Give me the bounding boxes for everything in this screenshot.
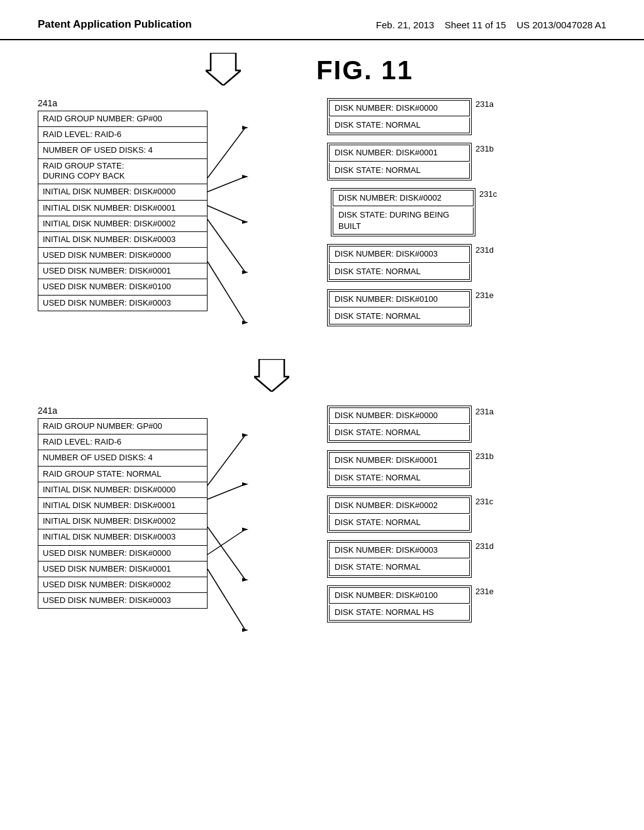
svg-marker-20 bbox=[242, 578, 248, 582]
main-content: FIG. 11 241a RAID GROUP NUMBER: GP#00 RA… bbox=[0, 40, 644, 680]
table-row: INITIAL DISK NUMBER: DISK#0003 bbox=[38, 231, 208, 247]
disk-231b: DISK NUMBER: DISK#0001 DISK STATE: NORMA… bbox=[327, 143, 472, 180]
b-disk-231d-wrapper: DISK NUMBER: DISK#0003 DISK STATE: NORMA… bbox=[327, 540, 494, 577]
svg-line-2 bbox=[208, 177, 245, 192]
svg-line-15 bbox=[208, 527, 245, 580]
svg-line-1 bbox=[208, 128, 245, 178]
svg-line-3 bbox=[208, 206, 245, 222]
svg-line-4 bbox=[208, 219, 245, 272]
disk-231b-wrapper: DISK NUMBER: DISK#0001 DISK STATE: NORMA… bbox=[327, 143, 497, 180]
top-diagram: 241a RAID GROUP NUMBER: GP#00 RAID LEVEL… bbox=[38, 98, 606, 334]
svg-marker-9 bbox=[242, 270, 248, 274]
svg-marker-10 bbox=[242, 321, 248, 324]
svg-line-12 bbox=[208, 435, 245, 485]
top-arrow-icon bbox=[206, 53, 241, 86]
top-left-table: RAID GROUP NUMBER: GP#00 RAID LEVEL: RAI… bbox=[38, 111, 208, 311]
page-header: Patent Application Publication Feb. 21, … bbox=[0, 0, 644, 40]
b-disk-231a: DISK NUMBER: DISK#0000 DISK STATE: NORMA… bbox=[327, 406, 472, 443]
disk-231d-wrapper: DISK NUMBER: DISK#0003 DISK STATE: NORMA… bbox=[327, 244, 497, 281]
b-disk-231c-wrapper: DISK NUMBER: DISK#0002 DISK STATE: NORMA… bbox=[327, 495, 494, 533]
b-disk-231e: DISK NUMBER: DISK#0100 DISK STATE: NORMA… bbox=[327, 585, 472, 622]
disk-231e: DISK NUMBER: DISK#0100 DISK STATE: NORMA… bbox=[327, 289, 472, 326]
table-row: USED DISK NUMBER: DISK#0000 bbox=[38, 248, 208, 263]
svg-marker-8 bbox=[242, 220, 248, 224]
middle-arrow-icon bbox=[254, 359, 289, 392]
b-disk-231d: DISK NUMBER: DISK#0003 DISK STATE: NORMA… bbox=[327, 540, 472, 577]
disk-231a-label: 231a bbox=[475, 99, 494, 109]
table-row: RAID GROUP STATE:DURING COPY BACK bbox=[38, 158, 208, 184]
bottom-right-panel: DISK NUMBER: DISK#0000 DISK STATE: NORMA… bbox=[327, 406, 494, 630]
header-patent: US 2013/0047028 A1 bbox=[516, 19, 606, 30]
table-row: RAID GROUP NUMBER: GP#00 bbox=[38, 111, 208, 127]
disk-231c-wrapper: DISK NUMBER: DISK#0002 DISK STATE: DURIN… bbox=[327, 188, 497, 237]
svg-marker-11 bbox=[254, 359, 289, 392]
table-row: RAID GROUP NUMBER: GP#00 bbox=[38, 419, 208, 434]
table-row: USED DISK NUMBER: DISK#0100 bbox=[38, 279, 208, 295]
table-row: INITIAL DISK NUMBER: DISK#0002 bbox=[38, 216, 208, 231]
svg-marker-7 bbox=[242, 175, 248, 179]
top-diagram-content: 241a RAID GROUP NUMBER: GP#00 RAID LEVEL… bbox=[38, 98, 606, 334]
svg-marker-17 bbox=[242, 433, 248, 437]
table-row: USED DISK NUMBER: DISK#0001 bbox=[38, 561, 208, 577]
b-disk-231c-label: 231c bbox=[475, 497, 493, 506]
table-row: INITIAL DISK NUMBER: DISK#0001 bbox=[38, 200, 208, 216]
b-disk-231c: DISK NUMBER: DISK#0002 DISK STATE: NORMA… bbox=[327, 495, 472, 533]
table-row: NUMBER OF USED DISKS: 4 bbox=[38, 450, 208, 466]
bottom-diagram-content: 241a RAID GROUP NUMBER: GP#00 RAID LEVEL… bbox=[38, 406, 606, 630]
disk-231a: DISK NUMBER: DISK#0000 DISK STATE: NORMA… bbox=[327, 98, 472, 135]
table-row: INITIAL DISK NUMBER: DISK#0001 bbox=[38, 498, 208, 514]
table-row: USED DISK NUMBER: DISK#0000 bbox=[38, 545, 208, 561]
svg-marker-19 bbox=[242, 528, 248, 531]
disk-231d-label: 231d bbox=[475, 245, 494, 255]
top-left-label: 241a bbox=[38, 98, 57, 108]
header-sheet: Sheet 11 of 15 bbox=[445, 19, 506, 30]
table-row: USED DISK NUMBER: DISK#0003 bbox=[38, 593, 208, 609]
table-row: INITIAL DISK NUMBER: DISK#0000 bbox=[38, 184, 208, 200]
table-row: USED DISK NUMBER: DISK#0003 bbox=[38, 295, 208, 311]
header-left: Patent Application Publication bbox=[38, 18, 192, 31]
b-disk-231a-label: 231a bbox=[475, 407, 494, 416]
svg-marker-21 bbox=[242, 628, 248, 632]
svg-marker-0 bbox=[206, 53, 241, 86]
table-row: USED DISK NUMBER: DISK#0001 bbox=[38, 263, 208, 279]
middle-arrow-row bbox=[38, 359, 606, 394]
disk-231e-wrapper: DISK NUMBER: DISK#0100 DISK STATE: NORMA… bbox=[327, 289, 497, 326]
publication-label: Patent Application Publication bbox=[38, 18, 192, 30]
svg-line-14 bbox=[208, 529, 245, 555]
b-disk-231a-wrapper: DISK NUMBER: DISK#0000 DISK STATE: NORMA… bbox=[327, 406, 494, 443]
b-disk-231d-label: 231d bbox=[475, 541, 494, 551]
svg-marker-18 bbox=[242, 482, 248, 486]
table-row: USED DISK NUMBER: DISK#0002 bbox=[38, 577, 208, 592]
top-right-panel: DISK NUMBER: DISK#0000 DISK STATE: NORMA… bbox=[327, 98, 497, 334]
disk-231c: DISK NUMBER: DISK#0002 DISK STATE: DURIN… bbox=[331, 188, 475, 237]
top-connector-svg bbox=[208, 112, 289, 351]
svg-line-5 bbox=[208, 262, 245, 323]
table-row: RAID LEVEL: RAID-6 bbox=[38, 127, 208, 143]
top-left-panel: 241a RAID GROUP NUMBER: GP#00 RAID LEVEL… bbox=[38, 98, 208, 311]
table-row: INITIAL DISK NUMBER: DISK#0003 bbox=[38, 529, 208, 545]
b-disk-231e-label: 231e bbox=[475, 587, 494, 596]
disk-231b-label: 231b bbox=[475, 144, 494, 153]
header-date: Feb. 21, 2013 bbox=[376, 19, 435, 30]
table-row: INITIAL DISK NUMBER: DISK#0002 bbox=[38, 514, 208, 529]
svg-line-16 bbox=[208, 569, 245, 630]
b-disk-231b-label: 231b bbox=[475, 451, 494, 461]
table-row: RAID LEVEL: RAID-6 bbox=[38, 434, 208, 450]
b-disk-231b-wrapper: DISK NUMBER: DISK#0001 DISK STATE: NORMA… bbox=[327, 450, 494, 487]
b-disk-231b: DISK NUMBER: DISK#0001 DISK STATE: NORMA… bbox=[327, 450, 472, 487]
table-row: NUMBER OF USED DISKS: 4 bbox=[38, 143, 208, 158]
disk-231d: DISK NUMBER: DISK#0003 DISK STATE: NORMA… bbox=[327, 244, 472, 281]
svg-line-13 bbox=[208, 484, 245, 499]
bottom-left-table: RAID GROUP NUMBER: GP#00 RAID LEVEL: RAI… bbox=[38, 418, 208, 609]
disk-231c-label: 231c bbox=[479, 189, 497, 199]
bottom-diagram: 241a RAID GROUP NUMBER: GP#00 RAID LEVEL… bbox=[38, 406, 606, 630]
header-right: Feb. 21, 2013 Sheet 11 of 15 US 2013/004… bbox=[376, 18, 606, 33]
figure-title: FIG. 11 bbox=[316, 55, 413, 85]
disk-231a-wrapper: DISK NUMBER: DISK#0000 DISK STATE: NORMA… bbox=[327, 98, 497, 135]
bottom-left-label: 241a bbox=[38, 406, 57, 416]
svg-marker-6 bbox=[242, 126, 248, 130]
table-row: RAID GROUP STATE: NORMAL bbox=[38, 466, 208, 482]
bottom-left-panel: 241a RAID GROUP NUMBER: GP#00 RAID LEVEL… bbox=[38, 406, 208, 609]
b-disk-231e-wrapper: DISK NUMBER: DISK#0100 DISK STATE: NORMA… bbox=[327, 585, 494, 622]
table-row: INITIAL DISK NUMBER: DISK#0000 bbox=[38, 482, 208, 497]
